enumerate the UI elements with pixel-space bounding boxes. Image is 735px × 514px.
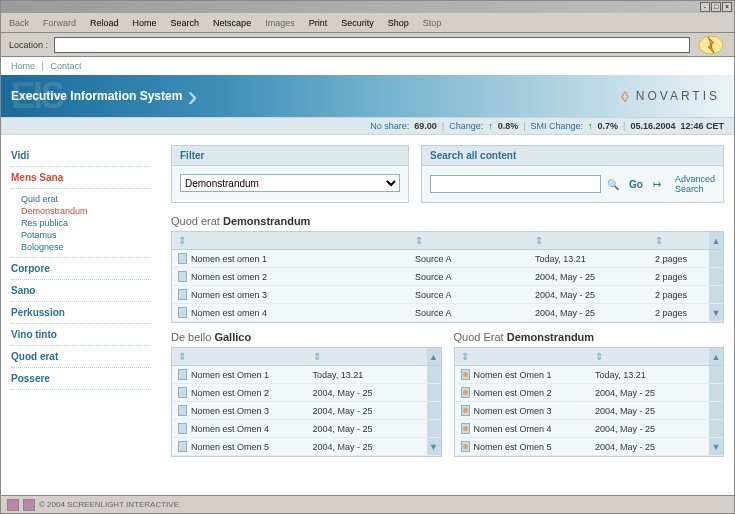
scroll-down-button[interactable] — [427, 384, 441, 401]
row-date: 2004, May - 25 — [307, 402, 427, 419]
table-row[interactable]: Nomen est Omen 2 2004, May - 25 — [172, 384, 441, 402]
table-row[interactable]: Nomen est Omen 3 2004, May - 25 — [455, 402, 724, 420]
sort-icon[interactable]: ⇕ — [178, 351, 186, 362]
content-viewport[interactable]: Home | Contact EIS Executive Information… — [1, 57, 734, 495]
advanced-search-link[interactable]: Advanced Search — [675, 174, 715, 194]
row-name: Nomen est Omen 2 — [191, 388, 269, 398]
table-row[interactable]: Nomen est Omen 5 2004, May - 25 ▼ — [172, 438, 441, 456]
main-content: Filter Demonstrandum Search all content … — [161, 135, 734, 467]
row-date: 2004, May - 25 — [529, 268, 649, 285]
filter-select[interactable]: Demonstrandum — [180, 174, 400, 192]
sidebar-item-mens-sana[interactable]: Mens Sana — [11, 167, 151, 189]
sidebar-item-sano[interactable]: Sano — [11, 280, 151, 302]
images-button[interactable]: Images — [265, 18, 295, 28]
scroll-down-button[interactable] — [709, 402, 723, 419]
scroll-down-button[interactable] — [427, 366, 441, 383]
home-link[interactable]: Home — [11, 61, 35, 71]
document-icon — [178, 405, 187, 416]
row-date: 2004, May - 25 — [589, 420, 709, 437]
table-row[interactable]: Nomen est omen 2 Source A 2004, May - 25… — [172, 268, 723, 286]
sort-icon[interactable]: ⇕ — [595, 351, 603, 362]
security-button[interactable]: Security — [341, 18, 374, 28]
sort-icon[interactable]: ⇕ — [415, 235, 423, 246]
sort-icon[interactable]: ⇕ — [535, 235, 543, 246]
scroll-down-button[interactable]: ▼ — [709, 304, 723, 321]
scroll-up-button[interactable]: ▲ — [709, 348, 723, 365]
sidebar-item-quod-erat[interactable]: Quod erat — [11, 346, 151, 368]
row-date: 2004, May - 25 — [307, 438, 427, 455]
sidebar-sub-potamus[interactable]: Potamus — [21, 229, 151, 241]
scroll-down-button[interactable]: ▼ — [709, 438, 723, 455]
search-input[interactable] — [430, 175, 601, 193]
table-row[interactable]: Nomen est Omen 1 Today, 13.21 — [172, 366, 441, 384]
scroll-down-button[interactable]: ▼ — [427, 438, 441, 455]
stop-button[interactable]: Stop — [423, 18, 442, 28]
sidebar-item-perkussion[interactable]: Perkussion — [11, 302, 151, 324]
scroll-down-button[interactable] — [427, 402, 441, 419]
row-name: Nomen est Omen 1 — [474, 370, 552, 380]
forward-button[interactable]: Forward — [43, 18, 76, 28]
back-button[interactable]: Back — [9, 18, 29, 28]
reload-button[interactable]: Reload — [90, 18, 119, 28]
table-row[interactable]: Nomen est Omen 5 2004, May - 25 ▼ — [455, 438, 724, 456]
minimize-button[interactable]: - — [700, 2, 710, 12]
table-row[interactable]: Nomen est Omen 4 2004, May - 25 — [455, 420, 724, 438]
sidebar: Vidi Mens Sana Quid erat Demonstrandum R… — [1, 135, 161, 467]
search-button[interactable]: Search — [171, 18, 200, 28]
home-button[interactable]: Home — [133, 18, 157, 28]
scroll-down-button[interactable] — [709, 286, 723, 303]
location-bar: Location : — [1, 33, 734, 57]
sort-icon[interactable]: ⇕ — [313, 351, 321, 362]
separator: | — [42, 61, 44, 71]
table-row[interactable]: Nomen est Omen 1 Today, 13.21 — [455, 366, 724, 384]
table-row[interactable]: Nomen est omen 1 Source A Today, 13.21 2… — [172, 250, 723, 268]
scroll-down-button[interactable] — [709, 366, 723, 383]
row-name: Nomen est Omen 2 — [474, 388, 552, 398]
row-date: 2004, May - 25 — [589, 384, 709, 401]
sidebar-item-corpore[interactable]: Corpore — [11, 258, 151, 280]
scroll-up-button[interactable]: ▲ — [427, 348, 441, 365]
close-button[interactable]: × — [722, 2, 732, 12]
contact-link[interactable]: Contact — [50, 61, 81, 71]
table-row[interactable]: Nomen est Omen 3 2004, May - 25 — [172, 402, 441, 420]
scroll-down-button[interactable] — [709, 268, 723, 285]
shop-button[interactable]: Shop — [388, 18, 409, 28]
location-input[interactable] — [54, 37, 690, 53]
sort-icon[interactable]: ⇕ — [655, 235, 663, 246]
sidebar-sub-quid-erat[interactable]: Quid erat — [21, 193, 151, 205]
sort-icon[interactable]: ⇕ — [461, 351, 469, 362]
sort-icon[interactable]: ⇕ — [178, 235, 186, 246]
maximize-button[interactable]: □ — [711, 2, 721, 12]
row-name: Nomen est omen 2 — [191, 272, 267, 282]
row-name: Nomen est Omen 5 — [191, 442, 269, 452]
row-name: Nomen est Omen 4 — [191, 424, 269, 434]
sidebar-item-vidi[interactable]: Vidi — [11, 145, 151, 167]
scroll-up-button[interactable]: ▲ — [709, 232, 723, 249]
scroll-down-button[interactable] — [709, 420, 723, 437]
sidebar-sub-demonstrandum[interactable]: Demonstrandum — [21, 205, 151, 217]
row-date: 2004, May - 25 — [589, 402, 709, 419]
print-button[interactable]: Print — [309, 18, 328, 28]
netscape-button[interactable]: Netscape — [213, 18, 251, 28]
row-date: Today, 13.21 — [307, 366, 427, 383]
sidebar-sub-bolognese[interactable]: Bolognese — [21, 241, 151, 253]
table-2: ⇕ ⇕ ▲ Nomen est Omen 1 Today, 13.21 Nome… — [171, 347, 442, 457]
table-row[interactable]: Nomen est omen 4 Source A 2004, May - 25… — [172, 304, 723, 322]
table-row[interactable]: Nomen est omen 3 Source A 2004, May - 25… — [172, 286, 723, 304]
sidebar-item-possere[interactable]: Possere — [11, 368, 151, 390]
document-icon — [178, 423, 187, 434]
table-3: ⇕ ⇕ ▲ Nomen est Omen 1 Today, 13.21 Nome… — [454, 347, 725, 457]
scroll-down-button[interactable] — [427, 420, 441, 437]
document-icon — [461, 369, 470, 380]
ticker-label-share: No share: — [370, 121, 409, 131]
row-pages: 2 pages — [649, 250, 709, 267]
row-name: Nomen est Omen 4 — [474, 424, 552, 434]
table-row[interactable]: Nomen est Omen 2 2004, May - 25 — [455, 384, 724, 402]
scroll-down-button[interactable] — [709, 384, 723, 401]
sidebar-sub-res-publica[interactable]: Res publica — [21, 217, 151, 229]
go-button[interactable]: Go — [625, 179, 647, 190]
scroll-down-button[interactable] — [709, 250, 723, 267]
table-row[interactable]: Nomen est Omen 4 2004, May - 25 — [172, 420, 441, 438]
document-icon — [461, 423, 470, 434]
sidebar-item-vino-tinto[interactable]: Vino tinto — [11, 324, 151, 346]
